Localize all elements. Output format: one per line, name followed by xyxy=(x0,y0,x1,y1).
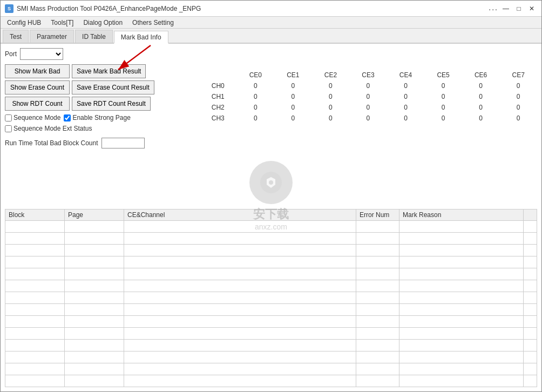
table-row xyxy=(5,363,537,375)
ce-table-row: CH000000000 xyxy=(199,80,537,91)
col-header-reason: Mark Reason xyxy=(399,209,524,221)
window-title: SMI Mass Production Tool P0426A_EnhanceP… xyxy=(17,5,201,12)
enable-strong-page-label: Enable Strong Page xyxy=(64,114,130,121)
run-time-input[interactable] xyxy=(101,138,145,148)
sequence-mode-ext-checkbox[interactable] xyxy=(5,125,12,132)
ce-table-row: CH100000000 xyxy=(199,91,537,102)
ce-cell: 0 xyxy=(387,113,425,124)
main-layout: Show Mark Bad Save Mark Bad Result Show … xyxy=(5,64,537,204)
col-header-extra xyxy=(524,209,537,221)
checkbox-row-2: Sequence Mode Ext Status xyxy=(5,125,188,132)
save-mark-bad-result-button[interactable]: Save Mark Bad Result xyxy=(72,64,146,78)
ce-cell: 0 xyxy=(424,80,462,91)
ce-cell: 0 xyxy=(462,91,500,102)
show-mark-bad-button[interactable]: Show Mark Bad xyxy=(5,64,70,78)
ce-table-row: CH300000000 xyxy=(199,113,537,124)
tab-parameter[interactable]: Parameter xyxy=(30,30,74,43)
three-dots: ... xyxy=(489,3,498,14)
ce-cell: 0 xyxy=(424,91,462,102)
show-rdt-count-button[interactable]: Show RDT Count xyxy=(5,97,70,111)
menu-config-hub[interactable]: Config HUB xyxy=(3,17,45,29)
tab-test[interactable]: Test xyxy=(3,30,29,43)
table-row xyxy=(5,316,537,328)
ce-row-header: CH0 xyxy=(199,80,237,91)
menu-others-setting[interactable]: Others Setting xyxy=(128,17,178,29)
ce-col-header: CE0 xyxy=(237,70,275,80)
table-row xyxy=(5,375,537,387)
ce-cell: 0 xyxy=(462,113,500,124)
ce-cell: 0 xyxy=(274,91,312,102)
ce-cell: 0 xyxy=(312,102,350,113)
data-table: Block Page CE&Channel Error Num Mark Rea… xyxy=(5,209,537,387)
tabs-bar: Test Parameter ID Table Mark Bad Info xyxy=(1,29,541,44)
sequence-mode-label: Sequence Mode xyxy=(5,114,60,121)
ce-col-header: CE3 xyxy=(349,70,387,80)
save-rdt-count-result-button[interactable]: Save RDT Count Result xyxy=(72,97,151,111)
ce-cell: 0 xyxy=(499,113,537,124)
port-select[interactable] xyxy=(20,48,63,60)
sequence-mode-checkbox[interactable] xyxy=(5,114,12,121)
ce-cell: 0 xyxy=(274,80,312,91)
right-panel: CE0CE1CE2CE3CE4CE5CE6CE7CH000000000CH100… xyxy=(188,64,537,204)
ce-col-header: CE2 xyxy=(312,70,350,80)
ce-row-header: CH2 xyxy=(199,102,237,113)
ce-cell: 0 xyxy=(312,80,350,91)
table-row xyxy=(5,268,537,280)
ce-row-header: CH1 xyxy=(199,91,237,102)
maximize-button[interactable]: □ xyxy=(513,3,524,14)
menu-tools[interactable]: Tools[T] xyxy=(46,17,78,29)
tab-mark-bad-info[interactable]: Mark Bad Info xyxy=(114,31,168,44)
col-header-errnum: Error Num xyxy=(356,209,399,221)
ce-cell: 0 xyxy=(237,91,275,102)
ce-cell: 0 xyxy=(387,80,425,91)
menu-bar: Config HUB Tools[T] Dialog Option Others… xyxy=(1,17,541,29)
ce-row-header: CH3 xyxy=(199,113,237,124)
data-table-section: Block Page CE&Channel Error Num Mark Rea… xyxy=(5,209,537,387)
table-row xyxy=(5,245,537,256)
sequence-mode-ext-label: Sequence Mode Ext Status xyxy=(5,125,92,132)
show-erase-count-button[interactable]: Show Erase Count xyxy=(5,80,70,94)
btn-row-erase: Show Erase Count Save Erase Count Result xyxy=(5,80,188,94)
enable-strong-page-checkbox[interactable] xyxy=(64,114,71,121)
ce-cell: 0 xyxy=(424,102,462,113)
ce-cell: 0 xyxy=(499,80,537,91)
ce-cell: 0 xyxy=(462,102,500,113)
btn-row-rdt: Show RDT Count Save RDT Count Result xyxy=(5,97,188,111)
table-row xyxy=(5,304,537,316)
ce-cell: 0 xyxy=(462,80,500,91)
ce-cell: 0 xyxy=(349,91,387,102)
ce-col-header: CE7 xyxy=(499,70,537,80)
ce-col-header: CE1 xyxy=(274,70,312,80)
ce-cell: 0 xyxy=(499,91,537,102)
ce-cell: 0 xyxy=(274,102,312,113)
port-row: Port xyxy=(5,48,537,60)
ce-cell: 0 xyxy=(274,113,312,124)
table-row xyxy=(5,280,537,292)
save-erase-count-result-button[interactable]: Save Erase Count Result xyxy=(72,80,154,94)
ce-cell: 0 xyxy=(424,113,462,124)
ce-cell: 0 xyxy=(237,113,275,124)
checkbox-row-1: Sequence Mode Enable Strong Page xyxy=(5,114,188,121)
table-row xyxy=(5,256,537,268)
port-label: Port xyxy=(5,50,17,58)
window-controls: ... — □ ✕ xyxy=(489,3,537,14)
ce-table-row: CH200000000 xyxy=(199,102,537,113)
ce-cell: 0 xyxy=(237,80,275,91)
ce-cell: 0 xyxy=(349,80,387,91)
title-bar: S SMI Mass Production Tool P0426A_Enhanc… xyxy=(1,1,541,17)
close-button[interactable]: ✕ xyxy=(526,3,537,14)
col-header-page: Page xyxy=(65,209,124,221)
ce-col-header: CE5 xyxy=(424,70,462,80)
menu-dialog-option[interactable]: Dialog Option xyxy=(79,17,127,29)
ce-cell: 0 xyxy=(387,91,425,102)
ce-cell: 0 xyxy=(387,102,425,113)
app-icon: S xyxy=(5,4,13,13)
ce-cell: 0 xyxy=(349,102,387,113)
minimize-button[interactable]: — xyxy=(500,3,511,14)
tab-id-table[interactable]: ID Table xyxy=(75,30,113,43)
ce-cell: 0 xyxy=(312,91,350,102)
table-row xyxy=(5,233,537,245)
col-header-block: Block xyxy=(5,209,65,221)
run-time-label: Run Time Total Bad Block Count xyxy=(5,139,98,147)
run-time-row: Run Time Total Bad Block Count xyxy=(5,138,188,148)
